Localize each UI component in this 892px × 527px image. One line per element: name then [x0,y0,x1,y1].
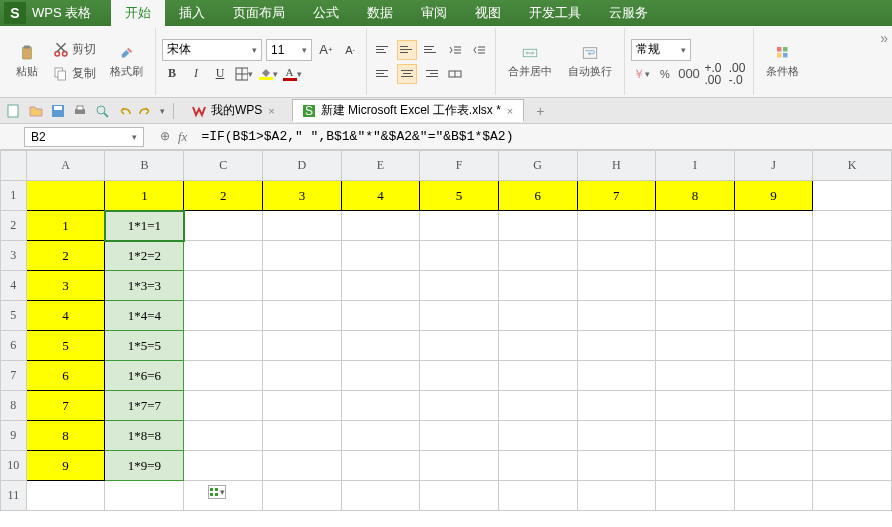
cell[interactable] [184,361,263,391]
cell[interactable] [734,481,813,511]
cell[interactable] [577,361,656,391]
row-header[interactable]: 10 [1,451,27,481]
cell[interactable] [734,361,813,391]
col-header[interactable]: J [734,151,813,181]
col-header[interactable]: F [420,151,499,181]
cell[interactable] [498,421,577,451]
cell[interactable] [184,211,263,241]
merge-split-button[interactable] [445,64,465,84]
align-center-button[interactable] [397,64,417,84]
col-header[interactable]: I [656,151,735,181]
cell[interactable] [105,481,184,511]
cell[interactable] [263,451,342,481]
doc-tab-excel[interactable]: S 新建 Microsoft Excel 工作表.xlsx * × [292,99,524,122]
currency-button[interactable]: ￥▾ [631,64,651,84]
format-painter-button[interactable]: 格式刷 [104,39,149,85]
cell[interactable] [734,211,813,241]
ribbon-collapse-icon[interactable]: » [880,30,888,46]
cell[interactable] [734,241,813,271]
select-all-corner[interactable] [1,151,27,181]
tab-layout[interactable]: 页面布局 [219,0,299,26]
tab-review[interactable]: 审阅 [407,0,461,26]
number-format-select[interactable]: 常规▾ [631,39,691,61]
cell[interactable] [184,301,263,331]
cell[interactable] [263,211,342,241]
cell[interactable] [813,271,892,301]
align-middle-button[interactable] [397,40,417,60]
cell[interactable] [498,211,577,241]
cell[interactable] [184,241,263,271]
cell[interactable]: 1*4=4 [105,301,184,331]
align-left-button[interactable] [373,64,393,84]
comma-button[interactable]: 000 [679,64,699,84]
tab-cloud[interactable]: 云服务 [595,0,662,26]
cell[interactable] [813,211,892,241]
decrease-decimal-button[interactable]: .00-.0 [727,64,747,84]
col-header[interactable]: K [813,151,892,181]
cell[interactable] [734,421,813,451]
tab-data[interactable]: 数据 [353,0,407,26]
cell[interactable]: 1*9=9 [105,451,184,481]
cell[interactable]: 5 [420,181,499,211]
doc-tab-wps[interactable]: 我的WPS × [182,99,286,122]
cell[interactable]: 1 [105,181,184,211]
cell[interactable] [263,391,342,421]
cell[interactable] [498,271,577,301]
cell[interactable]: 2 [26,241,105,271]
cell[interactable] [656,301,735,331]
font-name-select[interactable]: 宋体▾ [162,39,262,61]
fill-color-button[interactable]: ▾ [258,64,278,84]
cell[interactable] [577,211,656,241]
qat-more-icon[interactable]: ▾ [160,106,165,116]
cell[interactable] [420,421,499,451]
increase-indent-button[interactable] [469,40,489,60]
cell[interactable] [420,271,499,301]
close-icon[interactable]: × [266,105,276,117]
tab-dev[interactable]: 开发工具 [515,0,595,26]
cell[interactable] [813,241,892,271]
align-bottom-button[interactable] [421,40,441,60]
cond-format-button[interactable]: 条件格 [760,42,805,81]
cell[interactable] [656,271,735,301]
spreadsheet-area[interactable]: A B C D E F G H I J K 1 1 2 3 4 5 6 7 8 … [0,150,892,527]
cell[interactable] [577,481,656,511]
cell[interactable] [734,391,813,421]
cell[interactable] [341,481,420,511]
new-doc-icon[interactable] [6,103,22,119]
cell[interactable] [813,391,892,421]
cell[interactable] [498,241,577,271]
font-color-button[interactable]: A ▾ [282,64,302,84]
cell[interactable] [341,391,420,421]
cell[interactable] [420,451,499,481]
cell[interactable] [656,421,735,451]
formula-input[interactable] [195,127,892,147]
cell[interactable]: 5 [26,331,105,361]
col-header[interactable]: B [105,151,184,181]
cell[interactable] [420,391,499,421]
cell[interactable] [577,421,656,451]
row-header[interactable]: 11 [1,481,27,511]
cell[interactable]: 1*7=7 [105,391,184,421]
cell[interactable] [184,271,263,301]
cell[interactable] [734,301,813,331]
cell[interactable]: 8 [26,421,105,451]
row-header[interactable]: 8 [1,391,27,421]
cell[interactable]: 8 [656,181,735,211]
print-icon[interactable] [72,103,88,119]
cell[interactable] [813,301,892,331]
cell[interactable] [341,211,420,241]
tab-start[interactable]: 开始 [111,0,165,26]
cell[interactable]: 1*8=8 [105,421,184,451]
row-header[interactable]: 9 [1,421,27,451]
row-header[interactable]: 3 [1,241,27,271]
cell[interactable] [813,331,892,361]
cell[interactable] [341,421,420,451]
cell[interactable] [341,451,420,481]
cell[interactable]: 1*2=2 [105,241,184,271]
open-icon[interactable] [28,103,44,119]
align-right-button[interactable] [421,64,441,84]
row-header[interactable]: 2 [1,211,27,241]
font-size-select[interactable]: 11▾ [266,39,312,61]
cell[interactable] [656,391,735,421]
autofill-options-button[interactable]: ▾ [208,485,226,499]
